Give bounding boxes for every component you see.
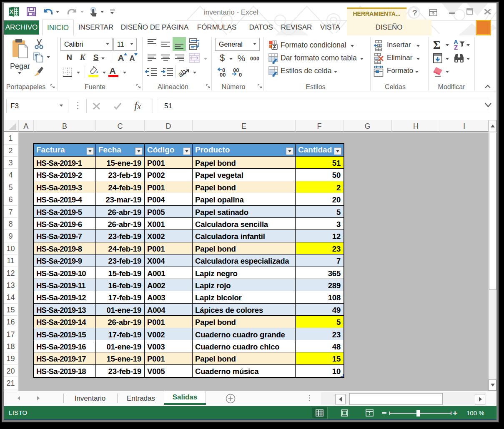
svg-text:X: X <box>10 8 14 15</box>
